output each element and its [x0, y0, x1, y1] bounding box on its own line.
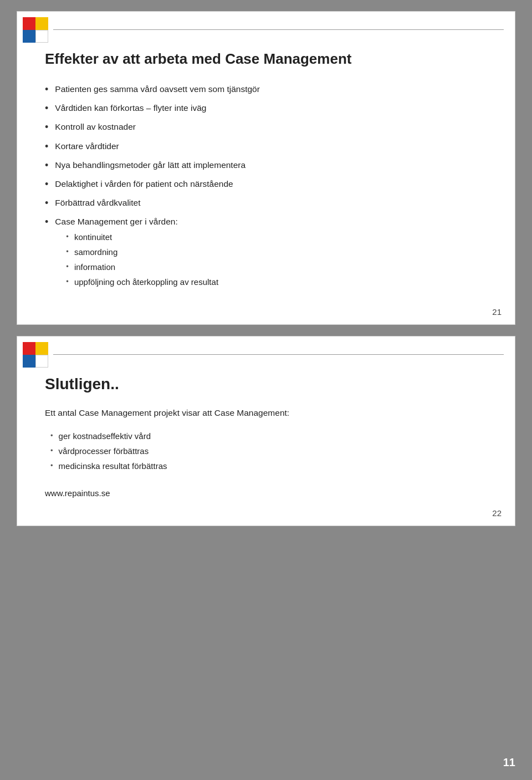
logo-sq-blue-2: [23, 355, 35, 368]
slide-2-content: Slutligen.. Ett antal Case Management pr…: [45, 375, 487, 498]
logo-squares: [23, 17, 48, 43]
website-link[interactable]: www.repaintus.se: [45, 488, 487, 498]
list-item: Vårdtiden kan förkortas – flyter inte iv…: [45, 102, 487, 115]
logo-sq-yellow: [35, 17, 48, 30]
logo-sq-yellow-2: [35, 342, 48, 355]
list-item-case-management: Case Management ger i vården: kontinuite…: [45, 216, 487, 291]
slide-2: Slutligen.. Ett antal Case Management pr…: [17, 336, 515, 526]
logo-2: [23, 342, 53, 373]
logo: [23, 17, 53, 48]
logo-sq-blue: [23, 30, 35, 43]
logo-sq-red-2: [23, 342, 35, 355]
slide-2-title: Slutligen..: [45, 375, 487, 393]
list-item: Patienten ges samma vård oavsett vem som…: [45, 83, 487, 96]
list-item: Nya behandlingsmetoder går lätt att impl…: [45, 159, 487, 172]
slide-2-bullet-list: ger kostnadseffektiv vård vårdprocesser …: [50, 430, 487, 472]
list-item: Förbättrad vårdkvalitet: [45, 197, 487, 210]
slide-1-content: Effekter av att arbeta med Case Manageme…: [45, 50, 487, 291]
list-item: ger kostnadseffektiv vård: [50, 430, 487, 442]
slide-1-title: Effekter av att arbeta med Case Manageme…: [45, 50, 487, 68]
sub-list-item: kontinuitet: [66, 231, 218, 243]
slide-2-intro: Ett antal Case Management projekt visar …: [45, 406, 487, 419]
logo-squares-2: [23, 342, 48, 368]
list-item: medicinska resultat förbättras: [50, 460, 487, 472]
logo-sq-white: [35, 30, 48, 43]
list-item: Kortare vårdtider: [45, 140, 487, 154]
list-item: Delaktighet i vården för patient och när…: [45, 178, 487, 191]
logo-sq-red: [23, 17, 35, 30]
slide-2-number: 22: [492, 508, 502, 518]
top-rule-2: [53, 354, 504, 355]
sub-bullet-list: kontinuitet samordning information uppfö…: [66, 231, 218, 288]
slide-1: Effekter av att arbeta med Case Manageme…: [17, 11, 515, 325]
sub-list-item: uppföljning och återkoppling av resultat: [66, 276, 218, 288]
list-item: vårdprocesser förbättras: [50, 445, 487, 457]
top-rule: [53, 29, 504, 30]
slide-1-number: 21: [492, 307, 502, 317]
slide-1-bullet-list: Patienten ges samma vård oavsett vem som…: [45, 83, 487, 291]
list-item: Kontroll av kostnader: [45, 121, 487, 134]
logo-sq-white-2: [35, 355, 48, 368]
sub-list-item: samordning: [66, 246, 218, 258]
sub-list-item: information: [66, 261, 218, 273]
